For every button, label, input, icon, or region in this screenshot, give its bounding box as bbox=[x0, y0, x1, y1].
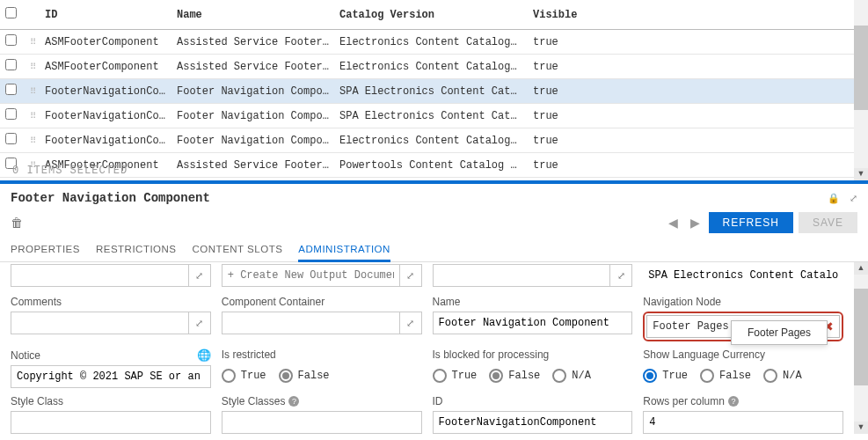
expand-icon[interactable]: ⤢ bbox=[850, 193, 857, 203]
component-container-expand-icon[interactable]: ⤢ bbox=[399, 312, 422, 334]
comments-expand-icon[interactable]: ⤢ bbox=[188, 312, 211, 334]
notice-input[interactable] bbox=[11, 365, 211, 388]
row-name: Assisted Service Footer Component bbox=[171, 30, 334, 55]
name-label: Name bbox=[433, 296, 633, 308]
partial-input-3-expand-icon[interactable]: ⤢ bbox=[609, 264, 632, 287]
row-checkbox[interactable] bbox=[5, 108, 17, 120]
form-region: ⤢ ⤢ ⤢ Comments ⤢ Comp bbox=[0, 262, 868, 434]
row-grip-icon: ⠿ bbox=[30, 87, 34, 97]
is-blocked-na[interactable]: N/A bbox=[552, 369, 591, 383]
detail-toolbar: 🗑 ◀ ▶ REFRESH SAVE bbox=[0, 212, 868, 238]
lock-icon[interactable]: 🔒 bbox=[828, 193, 840, 203]
row-grip-icon: ⠿ bbox=[30, 136, 34, 146]
row-visible: true bbox=[528, 30, 854, 55]
row-checkbox[interactable] bbox=[5, 59, 17, 70]
row-name: Footer Navigation Component bbox=[171, 128, 334, 153]
show-lang-currency-false[interactable]: False bbox=[700, 369, 751, 383]
is-blocked-label: Is blocked for processing bbox=[433, 348, 633, 361]
partial-input-1[interactable] bbox=[11, 264, 188, 287]
tab-properties[interactable]: PROPERTIES bbox=[11, 238, 80, 261]
row-checkbox[interactable] bbox=[5, 133, 17, 144]
row-id: FooterNavigationCompone… bbox=[40, 128, 171, 153]
col-header-name[interactable]: Name bbox=[171, 0, 334, 30]
row-visible: true bbox=[528, 128, 854, 153]
id-label: ID bbox=[433, 395, 633, 407]
table-row[interactable]: ⠿ASMFooterComponentAssisted Service Foot… bbox=[0, 55, 854, 79]
row-catalog: Electronics Content Catalog : Online bbox=[334, 128, 528, 153]
style-classes-label: Style Classes bbox=[222, 395, 286, 407]
table-row[interactable]: ⠿FooterNavigationCompone…Footer Navigati… bbox=[0, 128, 854, 153]
results-table: ID Name Catalog Version Visible ⠿ASMFoot… bbox=[0, 0, 854, 178]
table-row[interactable]: ⠿FooterNavigationCompone…Footer Navigati… bbox=[0, 104, 854, 128]
row-grip-icon: ⠿ bbox=[30, 38, 34, 48]
style-classes-input[interactable] bbox=[222, 411, 422, 434]
col-header-id[interactable]: ID bbox=[40, 0, 171, 30]
row-id: ASMFooterComponent bbox=[40, 30, 171, 55]
form-scrollbar[interactable]: ▲ ▼ bbox=[854, 262, 868, 434]
comments-input[interactable] bbox=[11, 312, 188, 334]
notice-label: Notice bbox=[11, 349, 40, 362]
navigation-node-option[interactable]: Footer Pages bbox=[732, 321, 827, 344]
component-container-input[interactable] bbox=[222, 312, 399, 334]
rows-per-column-help-icon[interactable]: ? bbox=[728, 396, 739, 407]
is-restricted-false[interactable]: False bbox=[279, 369, 330, 383]
style-classes-help-icon[interactable]: ? bbox=[288, 396, 299, 407]
is-restricted-true[interactable]: True bbox=[222, 369, 266, 383]
scroll-down-arrow[interactable]: ▼ bbox=[854, 168, 868, 180]
is-restricted-label: Is restricted bbox=[222, 348, 422, 361]
navigation-node-dropdown[interactable]: Footer Pages bbox=[731, 320, 828, 345]
tab-administration[interactable]: ADMINISTRATION bbox=[298, 238, 390, 262]
partial-input-3[interactable] bbox=[433, 264, 610, 287]
name-input[interactable] bbox=[433, 312, 633, 334]
row-catalog: Electronics Content Catalog : Online bbox=[334, 30, 528, 55]
selected-count: 0 ITEMS SELECTED bbox=[12, 165, 128, 177]
row-visible: true bbox=[528, 104, 854, 128]
table-row[interactable]: ⠿ASMFooterComponentAssisted Service Foot… bbox=[0, 153, 854, 178]
show-lang-currency-label: Show Language Currency bbox=[643, 348, 843, 361]
tab-restrictions[interactable]: RESTRICTIONS bbox=[96, 238, 177, 261]
tab-content-slots[interactable]: CONTENT SLOTS bbox=[193, 238, 283, 261]
row-name: Footer Navigation Component bbox=[171, 104, 334, 128]
col-header-visible[interactable]: Visible bbox=[528, 0, 854, 30]
row-catalog: SPA Electronics Content Catalog : Onli… bbox=[334, 79, 528, 104]
row-name: Assisted Service Footer Component bbox=[171, 153, 334, 178]
show-lang-currency-true[interactable]: True bbox=[643, 369, 688, 383]
row-catalog: Powertools Content Catalog : Online bbox=[334, 153, 528, 178]
partial-catalog-ro bbox=[643, 264, 843, 287]
prev-icon[interactable]: ◀ bbox=[665, 216, 682, 230]
select-all-checkbox[interactable] bbox=[5, 7, 17, 18]
form-scroll-down-arrow[interactable]: ▼ bbox=[854, 422, 868, 434]
rows-per-column-label: Rows per column bbox=[643, 395, 725, 407]
row-visible: true bbox=[528, 153, 854, 178]
col-header-catalog[interactable]: Catalog Version bbox=[334, 0, 528, 30]
row-visible: true bbox=[528, 55, 854, 79]
show-lang-currency-na[interactable]: N/A bbox=[763, 369, 802, 383]
globe-icon[interactable]: 🌐 bbox=[197, 348, 211, 362]
row-name: Assisted Service Footer Component bbox=[171, 55, 334, 79]
refresh-button[interactable]: REFRESH bbox=[709, 212, 793, 233]
partial-input-1-expand-icon[interactable]: ⤢ bbox=[188, 264, 211, 287]
is-blocked-true[interactable]: True bbox=[433, 369, 478, 383]
style-class-input[interactable] bbox=[11, 411, 211, 434]
row-catalog: SPA Electronics Content Catalog : Stag… bbox=[334, 104, 528, 128]
is-blocked-false[interactable]: False bbox=[489, 369, 540, 383]
row-id: FooterNavigationCompone… bbox=[40, 104, 171, 128]
rows-per-column-input[interactable] bbox=[643, 411, 843, 434]
row-checkbox[interactable] bbox=[5, 34, 17, 46]
create-output-doc[interactable] bbox=[222, 264, 399, 287]
table-row[interactable]: ⠿FooterNavigationCompone…Footer Navigati… bbox=[0, 79, 854, 104]
delete-icon[interactable]: 🗑 bbox=[11, 216, 23, 230]
style-class-label: Style Class bbox=[11, 395, 211, 407]
id-input[interactable] bbox=[433, 411, 633, 434]
is-restricted-radios: True False bbox=[222, 364, 422, 387]
next-icon[interactable]: ▶ bbox=[687, 216, 704, 230]
table-row[interactable]: ⠿ASMFooterComponentAssisted Service Foot… bbox=[0, 30, 854, 55]
row-checkbox[interactable] bbox=[5, 84, 17, 95]
table-scrollbar[interactable]: ▼ bbox=[854, 0, 868, 180]
row-visible: true bbox=[528, 79, 854, 104]
comments-label: Comments bbox=[11, 296, 211, 308]
form-scroll-up-arrow[interactable]: ▲ bbox=[854, 262, 868, 275]
create-output-doc-expand-icon[interactable]: ⤢ bbox=[399, 264, 422, 287]
detail-title: Footer Navigation Component bbox=[11, 191, 210, 205]
row-grip-icon: ⠿ bbox=[30, 112, 34, 121]
